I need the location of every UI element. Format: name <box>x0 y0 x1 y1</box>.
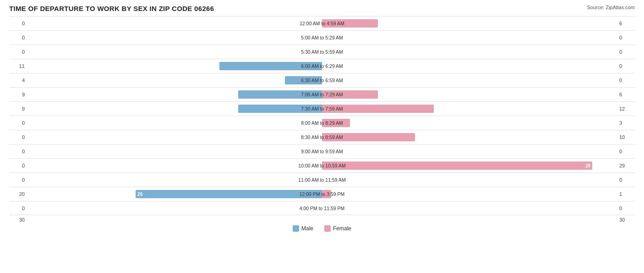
time-label: 8:00 AM to 8:29 AM <box>301 120 343 126</box>
chart-source: Source: ZipAtlas.com <box>587 5 635 10</box>
chart-row: 05:30 AM to 5:59 AM0 <box>9 45 635 59</box>
time-label: 12:00 PM to 3:59 PM <box>300 191 345 197</box>
time-label: 9:00 AM to 9:59 AM <box>301 149 343 154</box>
bars-container: 10:00 AM to 10:59 AM29 <box>27 159 617 173</box>
male-value: 0 <box>9 149 27 154</box>
female-value: 29 <box>617 163 635 168</box>
chart-row: 09:00 AM to 9:59 AM0 <box>9 144 635 158</box>
chart-row: 05:00 AM to 5:29 AM0 <box>9 30 635 45</box>
chart-row: 08:00 AM to 8:29 AM3 <box>9 116 635 130</box>
bars-container: 9:00 AM to 9:59 AM <box>27 145 617 158</box>
legend-female-box <box>324 225 331 232</box>
axis-left-label: 30 <box>9 217 27 223</box>
chart-row: 97:00 AM to 7:29 AM6 <box>9 87 635 101</box>
legend-female: Female <box>324 225 351 232</box>
time-label: 11:00 AM to 11:59 AM <box>298 177 345 183</box>
chart-row: 08:30 AM to 8:59 AM10 <box>9 130 635 144</box>
female-value: 3 <box>617 120 635 126</box>
time-label: 5:00 AM to 5:29 AM <box>301 35 343 40</box>
bars-container: 12:00 PM to 3:59 PM20 <box>27 187 617 201</box>
male-value: 11 <box>9 63 27 69</box>
female-value: 0 <box>617 177 635 183</box>
male-value: 0 <box>9 177 27 183</box>
axis-right-label: 30 <box>617 217 635 223</box>
axis-row: 30 30 <box>9 217 635 223</box>
bars-container: 8:00 AM to 8:29 AM <box>27 116 617 130</box>
bars-container: 6:00 AM to 6:29 AM <box>27 59 617 73</box>
female-value: 0 <box>617 35 635 40</box>
male-value: 9 <box>9 106 27 111</box>
female-value: 0 <box>617 149 635 154</box>
male-value: 4 <box>9 78 27 83</box>
male-value: 0 <box>9 206 27 211</box>
time-label: 12:00 AM to 4:59 AM <box>300 21 344 26</box>
male-value: 0 <box>9 134 27 140</box>
bars-container: 7:00 AM to 7:29 AM <box>27 88 617 101</box>
legend-male: Male <box>293 225 313 232</box>
time-label: 6:30 AM to 6:59 AM <box>301 78 343 83</box>
legend: Male Female <box>9 225 635 232</box>
chart-title: TIME OF DEPARTURE TO WORK BY SEX IN ZIP … <box>9 5 214 12</box>
time-label: 4:00 PM to 11:59 PM <box>300 206 345 211</box>
male-value: 0 <box>9 49 27 55</box>
time-label: 5:30 AM to 5:59 AM <box>301 49 343 55</box>
chart-row: 2012:00 PM to 3:59 PM201 <box>9 187 635 201</box>
female-value: 6 <box>617 92 635 97</box>
chart-area: 012:00 AM to 4:59 AM605:00 AM to 5:29 AM… <box>9 16 635 215</box>
legend-male-box <box>293 225 299 232</box>
female-value: 10 <box>617 134 635 140</box>
chart-row: 010:00 AM to 10:59 AM2929 <box>9 158 635 173</box>
female-value: 0 <box>617 206 635 211</box>
male-value: 0 <box>9 163 27 168</box>
female-value: 1 <box>617 191 635 197</box>
legend-male-label: Male <box>301 225 313 232</box>
female-value: 12 <box>617 106 635 111</box>
chart-row: 012:00 AM to 4:59 AM6 <box>9 16 635 30</box>
male-value: 20 <box>9 191 27 197</box>
time-label: 6:00 AM to 6:29 AM <box>301 63 343 69</box>
chart-row: 116:00 AM to 6:29 AM0 <box>9 59 635 73</box>
time-label: 7:30 AM to 7:59 AM <box>301 106 343 111</box>
female-bar: 29 <box>322 162 592 170</box>
chart-row: 46:30 AM to 6:59 AM0 <box>9 73 635 87</box>
chart-row: 04:00 PM to 11:59 PM0 <box>9 201 635 215</box>
bars-container: 7:30 AM to 7:59 AM <box>27 102 617 116</box>
time-label: 8:30 AM to 8:59 AM <box>301 134 343 140</box>
male-value: 0 <box>9 21 27 26</box>
female-value: 0 <box>617 78 635 83</box>
chart-header: TIME OF DEPARTURE TO WORK BY SEX IN ZIP … <box>9 5 635 12</box>
male-value: 0 <box>9 35 27 40</box>
female-value: 0 <box>617 49 635 55</box>
time-label: 7:00 AM to 7:29 AM <box>301 92 343 97</box>
time-label: 10:00 AM to 10:59 AM <box>298 163 345 168</box>
bars-container: 5:00 AM to 5:29 AM <box>27 31 617 45</box>
legend-female-label: Female <box>333 225 351 232</box>
bars-container: 4:00 PM to 11:59 PM <box>27 201 617 215</box>
bars-container: 11:00 AM to 11:59 AM <box>27 173 617 187</box>
female-value: 6 <box>617 21 635 26</box>
bars-container: 12:00 AM to 4:59 AM <box>27 17 617 30</box>
chart-row: 011:00 AM to 11:59 AM0 <box>9 173 635 187</box>
bars-container: 8:30 AM to 8:59 AM <box>27 130 617 144</box>
bars-container: 5:30 AM to 5:59 AM <box>27 45 617 59</box>
female-value: 0 <box>617 63 635 69</box>
male-value: 9 <box>9 92 27 97</box>
chart-row: 97:30 AM to 7:59 AM12 <box>9 101 635 116</box>
male-bar: 20 <box>136 190 322 198</box>
bars-container: 6:30 AM to 6:59 AM <box>27 73 617 87</box>
male-value: 0 <box>9 120 27 126</box>
